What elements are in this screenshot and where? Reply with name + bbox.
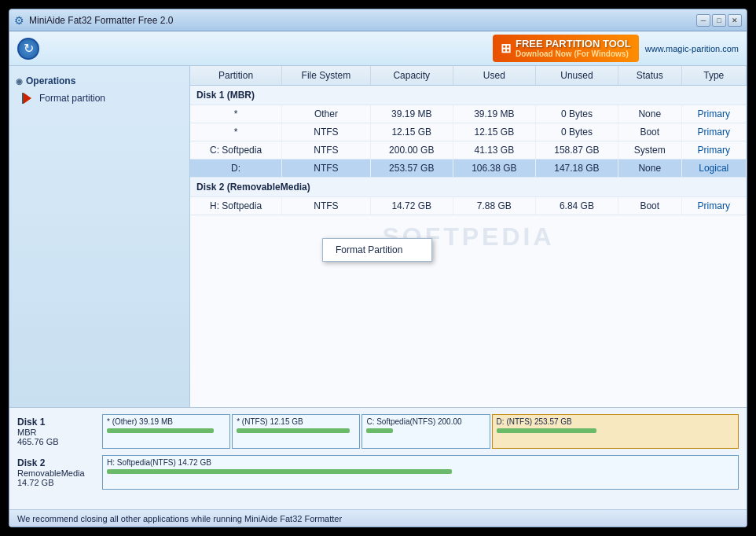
operations-label: Operations bbox=[26, 75, 75, 86]
cell-status: Boot bbox=[618, 123, 681, 141]
minimize-button[interactable]: ─ bbox=[696, 14, 710, 27]
segment-bar bbox=[107, 428, 214, 433]
app-icon: ⚙ bbox=[14, 14, 24, 27]
context-menu[interactable]: Format Partition bbox=[322, 238, 432, 262]
cell-used: 7.88 GB bbox=[453, 197, 535, 215]
status-bar: We recommend closing all other applicati… bbox=[9, 509, 747, 527]
disk2-label: Disk 2 RemovableMedia 14.72 GB bbox=[17, 457, 96, 487]
windows-icon: ⊞ bbox=[501, 41, 511, 56]
col-capacity: Capacity bbox=[370, 66, 453, 86]
title-bar: ⚙ MiniAide Fat32 Formatter Free 2.0 ─ □ … bbox=[9, 9, 747, 31]
cell-capacity: 12.15 GB bbox=[370, 123, 453, 141]
cell-partition: * bbox=[190, 123, 282, 141]
ops-arrow-icon: ◉ bbox=[16, 77, 23, 86]
refresh-icon: ↻ bbox=[24, 41, 34, 56]
refresh-button[interactable]: ↻ bbox=[17, 38, 39, 60]
promo-bottom-text: Download Now (For Windows) bbox=[516, 50, 631, 59]
segment-bar bbox=[107, 469, 452, 474]
disk2-sub: RemovableMedia bbox=[17, 468, 96, 478]
partition-table: Partition File System Capacity Used Unus… bbox=[190, 66, 747, 407]
toolbar-left: ↻ bbox=[17, 38, 39, 60]
disk-segment[interactable]: * (Other) 39.19 MB bbox=[102, 414, 230, 449]
disk2-header-cell: Disk 2 (RemovableMedia) bbox=[190, 178, 747, 197]
cell-type: Primary bbox=[681, 105, 747, 123]
flag-icon bbox=[22, 93, 35, 104]
disk1-header-cell: Disk 1 (MBR) bbox=[190, 86, 747, 105]
segment-label: C: Softpedia(NTFS) 200.00 bbox=[366, 417, 485, 426]
disk1-header-row: Disk 1 (MBR) bbox=[190, 86, 747, 105]
disk1-visual-row: Disk 1 MBR 465.76 GB * (Other) 39.19 MB … bbox=[17, 414, 739, 449]
title-buttons: ─ □ ✕ bbox=[696, 14, 742, 27]
cell-partition: D: bbox=[190, 160, 282, 178]
cell-capacity: 253.57 GB bbox=[370, 160, 453, 178]
disk1-label: Disk 1 MBR 465.76 GB bbox=[17, 417, 96, 446]
segment-bar bbox=[366, 428, 392, 433]
col-used: Used bbox=[453, 66, 535, 86]
cell-filesystem: Other bbox=[282, 105, 371, 123]
maximize-button[interactable]: □ bbox=[712, 14, 726, 27]
cell-status: None bbox=[618, 160, 681, 178]
cell-used: 41.13 GB bbox=[453, 141, 535, 160]
col-filesystem: File System bbox=[282, 66, 371, 86]
disk2-bars: H: Softpedia(NTFS) 14.72 GB bbox=[102, 455, 739, 490]
cell-used: 39.19 MB bbox=[453, 105, 535, 123]
cell-partition: C: Softpedia bbox=[190, 141, 282, 160]
sidebar-operations: ◉ Operations bbox=[9, 72, 189, 90]
disk1-size: 465.76 GB bbox=[17, 437, 96, 446]
cell-unused: 0 Bytes bbox=[535, 105, 618, 123]
cell-status: None bbox=[618, 105, 681, 123]
promo-link[interactable]: www.magic-parition.com bbox=[645, 44, 739, 53]
disk-segment[interactable]: * (NTFS) 12.15 GB bbox=[232, 414, 360, 449]
segment-label: * (NTFS) 12.15 GB bbox=[237, 417, 355, 426]
segment-label: * (Other) 39.19 MB bbox=[107, 417, 226, 426]
cell-unused: 158.87 GB bbox=[535, 141, 618, 160]
table-row[interactable]: D: NTFS 253.57 GB 106.38 GB 147.18 GB No… bbox=[190, 160, 747, 178]
table-row[interactable]: * NTFS 12.15 GB 12.15 GB 0 Bytes Boot Pr… bbox=[190, 123, 747, 141]
cell-type: Primary bbox=[681, 141, 747, 160]
toolbar-right: ⊞ FREE PARTITION TOOL Download Now (For … bbox=[493, 35, 739, 63]
content-area: SOFTPEDIA Partition File System Capacity… bbox=[190, 66, 747, 407]
disk1-title: Disk 1 bbox=[17, 417, 96, 428]
status-text: We recommend closing all other applicati… bbox=[17, 514, 342, 523]
disk2-header-row: Disk 2 (RemovableMedia) bbox=[190, 178, 747, 197]
sidebar: ◉ Operations Format partition bbox=[9, 66, 190, 407]
disk1-sub: MBR bbox=[17, 428, 96, 437]
window-title: MiniAide Fat32 Formatter Free 2.0 bbox=[29, 15, 173, 26]
main-area: ◉ Operations Format partition SOFTPEDIA bbox=[9, 66, 747, 407]
col-status: Status bbox=[618, 66, 681, 86]
close-button[interactable]: ✕ bbox=[728, 14, 742, 27]
segment-bar bbox=[237, 428, 350, 433]
cell-unused: 6.84 GB bbox=[535, 197, 618, 215]
cell-filesystem: NTFS bbox=[282, 197, 371, 215]
partitions-table: Partition File System Capacity Used Unus… bbox=[190, 66, 747, 215]
title-bar-left: ⚙ MiniAide Fat32 Formatter Free 2.0 bbox=[14, 14, 173, 27]
cell-partition: H: Softpedia bbox=[190, 197, 282, 215]
disk-segment[interactable]: H: Softpedia(NTFS) 14.72 GB bbox=[102, 455, 739, 490]
cell-used: 12.15 GB bbox=[453, 123, 535, 141]
table-header-row: Partition File System Capacity Used Unus… bbox=[190, 66, 747, 86]
cell-filesystem: NTFS bbox=[282, 141, 371, 160]
segment-bar bbox=[497, 428, 596, 433]
disk-segment[interactable]: D: (NTFS) 253.57 GB bbox=[492, 414, 739, 449]
cell-status: System bbox=[618, 141, 681, 160]
segment-label: D: (NTFS) 253.57 GB bbox=[497, 417, 734, 426]
cell-filesystem: NTFS bbox=[282, 123, 371, 141]
cell-used: 106.38 GB bbox=[453, 160, 535, 178]
cell-unused: 0 Bytes bbox=[535, 123, 618, 141]
table-row[interactable]: C: Softpedia NTFS 200.00 GB 41.13 GB 158… bbox=[190, 141, 747, 160]
promo-top-text: FREE PARTITION TOOL bbox=[516, 38, 631, 50]
disk2-title: Disk 2 bbox=[17, 457, 96, 468]
toolbar: ↻ ⊞ FREE PARTITION TOOL Download Now (Fo… bbox=[9, 31, 747, 66]
table-row[interactable]: H: Softpedia NTFS 14.72 GB 7.88 GB 6.84 … bbox=[190, 197, 747, 215]
sidebar-item-format-partition[interactable]: Format partition bbox=[9, 90, 189, 107]
col-partition: Partition bbox=[190, 66, 282, 86]
context-menu-format-partition[interactable]: Format Partition bbox=[323, 240, 431, 259]
cell-capacity: 14.72 GB bbox=[370, 197, 453, 215]
cell-type: Primary bbox=[681, 197, 747, 215]
col-unused: Unused bbox=[535, 66, 618, 86]
disk-segment[interactable]: C: Softpedia(NTFS) 200.00 bbox=[361, 414, 490, 449]
table-row[interactable]: * Other 39.19 MB 39.19 MB 0 Bytes None P… bbox=[190, 105, 747, 123]
col-type: Type bbox=[681, 66, 747, 86]
promo-banner[interactable]: ⊞ FREE PARTITION TOOL Download Now (For … bbox=[493, 35, 639, 63]
disk2-size: 14.72 GB bbox=[17, 478, 96, 487]
